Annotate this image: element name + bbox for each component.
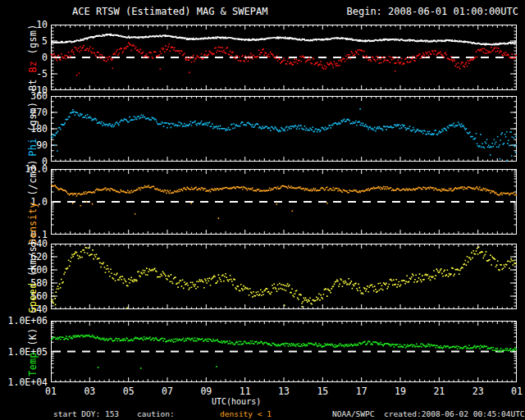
- panel-bt-bz: [51, 25, 517, 90]
- x-tick-label: 21: [427, 386, 451, 397]
- panel-temp: [51, 321, 517, 382]
- x-tick-label: 01: [504, 386, 525, 397]
- panel-frame: [52, 322, 517, 382]
- agency-label: NOAA/SWPC: [332, 409, 374, 418]
- y-axis-title-part: (/cm3): [27, 159, 39, 196]
- y-axis-title-part: Phi: [27, 132, 39, 157]
- density-warning-label: density < 1: [220, 409, 272, 418]
- y-axis-title-part: (gsm): [27, 102, 39, 132]
- created-timestamp: created:2008-06-02 00:45:04UTC: [384, 409, 525, 418]
- y-axis-title-part: Temp: [27, 345, 39, 376]
- series-density: [51, 185, 517, 219]
- axis-ticks: [51, 321, 517, 382]
- caution-label: caution:: [137, 409, 175, 418]
- panel-frame: [52, 25, 517, 90]
- series-speed: [51, 246, 517, 308]
- series-temp: [51, 335, 517, 369]
- y-axis-title-part: (km/s): [27, 240, 39, 276]
- x-tick-label: 05: [116, 386, 141, 397]
- x-tick-label: 09: [194, 386, 218, 397]
- y-axis-title-temp: Temp (K): [21, 321, 44, 382]
- y-axis-title-part: Bz: [27, 54, 39, 72]
- y-axis-title-bt-bz: Bt Bz (gsm): [21, 25, 44, 90]
- x-tick-label: 01: [39, 386, 63, 397]
- x-tick-label: 17: [349, 386, 374, 397]
- axis-ticks: [51, 169, 517, 235]
- plot-title: ACE RTSW (Estimated) MAG & SWEPAM: [72, 6, 267, 17]
- x-tick-label: 07: [155, 386, 180, 397]
- axis-ticks: [51, 25, 517, 90]
- series-phi: [51, 108, 517, 162]
- x-tick-label: 13: [272, 386, 296, 397]
- x-tick-label: 11: [233, 386, 258, 397]
- series-bt: [51, 34, 517, 46]
- y-axis-title-part: Speed: [27, 276, 39, 313]
- panel-speed: [51, 244, 517, 309]
- x-tick-label: 03: [77, 386, 102, 397]
- x-tick-label: 23: [466, 386, 491, 397]
- start-doy-label: start DOY: 153: [53, 409, 119, 418]
- y-axis-title-part: (gsm): [27, 24, 39, 54]
- ace-rtsw-plot: ACE RTSW (Estimated) MAG & SWEPAM Begin:…: [0, 0, 525, 420]
- panel-density: [51, 169, 517, 235]
- begin-timestamp: Begin: 2008-06-01 01:00:00UTC: [346, 6, 518, 17]
- panel-frame: [52, 170, 517, 235]
- y-axis-title-density: Density (/cm3): [21, 169, 44, 235]
- x-axis-title: UTC(hours): [212, 397, 261, 406]
- y-axis-title-part: (K): [27, 327, 39, 345]
- x-tick-label: 15: [310, 386, 335, 397]
- x-tick-label: 19: [388, 386, 413, 397]
- y-axis-title-part: Bt: [27, 73, 39, 91]
- y-axis-title-speed: Speed (km/s): [21, 244, 44, 309]
- y-axis-title-phi: Phi (gsm): [21, 96, 44, 162]
- series-bz: [51, 42, 517, 75]
- panel-phi: [51, 96, 517, 162]
